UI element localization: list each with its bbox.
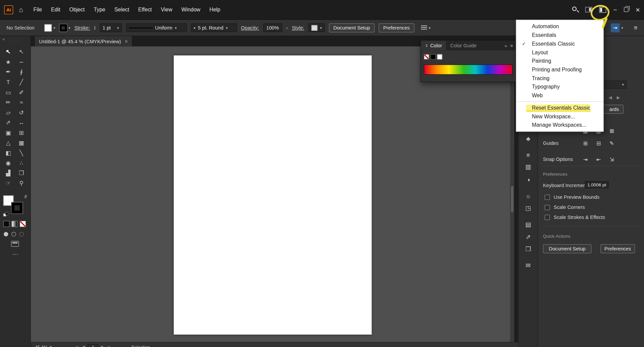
menubar-item[interactable]: File bbox=[29, 0, 47, 19]
workspace-menu-item[interactable]: Reset Essentials Classic bbox=[516, 104, 603, 112]
black-swatch[interactable] bbox=[430, 54, 436, 60]
draw-behind-button[interactable] bbox=[11, 232, 16, 236]
keyboard-increment-input[interactable]: 1.0006 pt bbox=[585, 181, 609, 188]
rectangle-tool[interactable]: ▭ bbox=[2, 87, 15, 97]
lasso-tool[interactable]: ∽ bbox=[15, 57, 28, 67]
snap-option-icon[interactable]: ⇤ bbox=[594, 155, 603, 163]
workspace-menu-item[interactable]: Painting bbox=[516, 57, 603, 65]
pencil-tool[interactable]: ✏ bbox=[2, 97, 15, 107]
eyedropper-tool[interactable]: ╲ bbox=[15, 148, 28, 158]
style-select[interactable]: ▾ bbox=[308, 23, 325, 32]
workspace-menu-item[interactable]: Typography bbox=[516, 82, 603, 91]
mesh-tool[interactable]: ▦ bbox=[15, 138, 28, 148]
white-swatch[interactable] bbox=[437, 54, 442, 60]
prev-arrow-icon[interactable]: ◀ bbox=[609, 95, 612, 100]
collapse-to-icons-icon[interactable]: » bbox=[504, 43, 507, 48]
fill-color-control[interactable]: ▾ bbox=[44, 24, 55, 32]
menubar-item[interactable]: Type bbox=[89, 0, 110, 19]
type-tool[interactable]: T bbox=[2, 77, 15, 87]
free-transform-tool[interactable]: ▣ bbox=[2, 128, 15, 138]
canvas[interactable] bbox=[31, 46, 514, 342]
workspace-menu-item[interactable]: Web bbox=[516, 91, 603, 100]
properties-icon[interactable]: ≡ bbox=[523, 150, 533, 159]
scale-tool[interactable]: ⇗ bbox=[2, 117, 15, 127]
workspace-menu-item[interactable]: Printing and Proofing bbox=[516, 65, 603, 74]
menubar-item[interactable]: Object bbox=[65, 0, 89, 19]
line-segment-tool[interactable]: ╱ bbox=[15, 77, 28, 87]
maximize-button[interactable] bbox=[624, 7, 629, 12]
swap-fill-stroke-icon[interactable]: ⇄ bbox=[22, 194, 28, 199]
column-graph-tool[interactable]: ▟ bbox=[2, 168, 15, 178]
draw-inside-button[interactable] bbox=[19, 232, 24, 236]
opacity-input[interactable]: 100% bbox=[263, 23, 282, 32]
last-artboard-icon[interactable]: ⇥ bbox=[107, 345, 110, 347]
guides-option-icon[interactable]: ⊞ bbox=[581, 139, 590, 147]
edit-toolbar-icon[interactable]: ⋯ bbox=[0, 251, 31, 257]
search-icon[interactable] bbox=[572, 7, 578, 13]
libraries-icon[interactable]: ♣ bbox=[523, 134, 533, 143]
workspace-menu-item[interactable]: Manage Workspaces... bbox=[516, 121, 603, 129]
stroke-color-proxy[interactable] bbox=[11, 203, 22, 214]
direct-selection-tool[interactable]: ↖ bbox=[15, 47, 28, 57]
zoom-select[interactable]: 45.4% ▾ bbox=[35, 344, 59, 347]
none-swatch[interactable] bbox=[424, 54, 429, 60]
layers-icon[interactable]: ▤ bbox=[523, 220, 533, 229]
chevron-right-icon[interactable]: › bbox=[286, 25, 288, 31]
transparency-icon[interactable]: ◑ bbox=[523, 175, 533, 184]
canvas-vertical-scrollbar[interactable] bbox=[510, 46, 514, 342]
draw-normal-button[interactable] bbox=[4, 232, 8, 236]
menubar-item[interactable]: View bbox=[156, 0, 177, 19]
zoom-tool[interactable]: ⚲ bbox=[15, 178, 28, 188]
workspace-menu-item[interactable]: Tracing bbox=[516, 74, 603, 82]
perspective-grid-tool[interactable]: △ bbox=[2, 138, 15, 148]
next-arrow-icon[interactable]: ▶ bbox=[617, 95, 620, 100]
width-tool[interactable]: ↔ bbox=[15, 117, 28, 127]
checkbox[interactable] bbox=[545, 215, 550, 220]
quick-preferences-button[interactable]: Preferences bbox=[600, 244, 635, 253]
stroke-weight-stepper[interactable]: ▴ ▾ bbox=[94, 25, 96, 30]
default-fill-stroke-icon[interactable] bbox=[3, 212, 9, 217]
eraser-tool[interactable]: ▱ bbox=[2, 107, 15, 117]
workspace-switcher-icon[interactable] bbox=[599, 7, 606, 12]
stroke-swatch[interactable] bbox=[59, 24, 67, 32]
scrollbar-thumb[interactable] bbox=[511, 186, 513, 212]
export-icon[interactable]: ⇗ bbox=[523, 232, 533, 241]
control-bar-menu-icon[interactable]: ≡ bbox=[634, 24, 638, 31]
panel-resize-handle[interactable]: ······ bbox=[421, 78, 516, 81]
stroke-weight-select[interactable]: 1 pt ▾ bbox=[100, 23, 122, 32]
workspace-menu-item[interactable]: Layout bbox=[516, 48, 603, 57]
menubar-item[interactable]: Window bbox=[177, 0, 205, 19]
pen-tool[interactable]: ✒ bbox=[2, 67, 15, 77]
comments-icon[interactable]: ✉ bbox=[523, 261, 533, 270]
opacity-link[interactable]: Opacity: bbox=[241, 25, 259, 31]
tools-drag-handle[interactable]: ······ bbox=[0, 40, 31, 43]
curvature-tool[interactable]: ∮ bbox=[15, 67, 28, 77]
snap-to-glyph-control[interactable]: ⇥ ▾ bbox=[610, 23, 623, 32]
color-mode-button[interactable] bbox=[3, 221, 9, 227]
shape-builder-tool[interactable]: ⊞ bbox=[15, 128, 28, 138]
width-profile-select[interactable]: Uniform ▾ bbox=[126, 23, 186, 32]
menubar-item[interactable]: Help bbox=[205, 0, 225, 19]
artboard[interactable] bbox=[174, 55, 372, 335]
artboard-number-input[interactable]: 1 bbox=[88, 344, 98, 347]
snap-option-icon[interactable]: ⇥ bbox=[581, 155, 590, 163]
links-icon[interactable]: ◳ bbox=[523, 204, 533, 213]
workspace-menu-item[interactable]: ✓ Essentials Classic bbox=[516, 40, 603, 48]
color-spectrum-bar[interactable] bbox=[424, 64, 513, 75]
guides-option-icon[interactable]: ✎ bbox=[607, 139, 616, 147]
screen-mode-button[interactable] bbox=[11, 241, 19, 247]
document-tab[interactable]: Untitled-1 @ 45.4 % (CMYK/Preview) × bbox=[35, 36, 132, 47]
style-link[interactable]: Style: bbox=[292, 25, 304, 31]
gradient-tool[interactable]: ◧ bbox=[2, 148, 15, 158]
guides-option-icon[interactable]: ⊟ bbox=[594, 139, 603, 147]
shaper-tool[interactable]: ≈ bbox=[15, 97, 28, 107]
artboards-icon[interactable]: ❒ bbox=[523, 245, 533, 254]
tab-color-guide[interactable]: Color Guide bbox=[446, 43, 481, 48]
workspace-menu-item[interactable]: New Workspace... bbox=[516, 112, 603, 121]
close-tab-icon[interactable]: × bbox=[125, 38, 128, 44]
workspace-menu-item[interactable]: Essentials bbox=[516, 31, 603, 40]
snap-option-icon[interactable]: ⇲ bbox=[607, 155, 616, 163]
quick-document-setup-button[interactable]: Document Setup bbox=[543, 244, 591, 253]
stroke-link[interactable]: Stroke: bbox=[74, 25, 90, 31]
paintbrush-tool[interactable]: ✐ bbox=[15, 87, 28, 97]
